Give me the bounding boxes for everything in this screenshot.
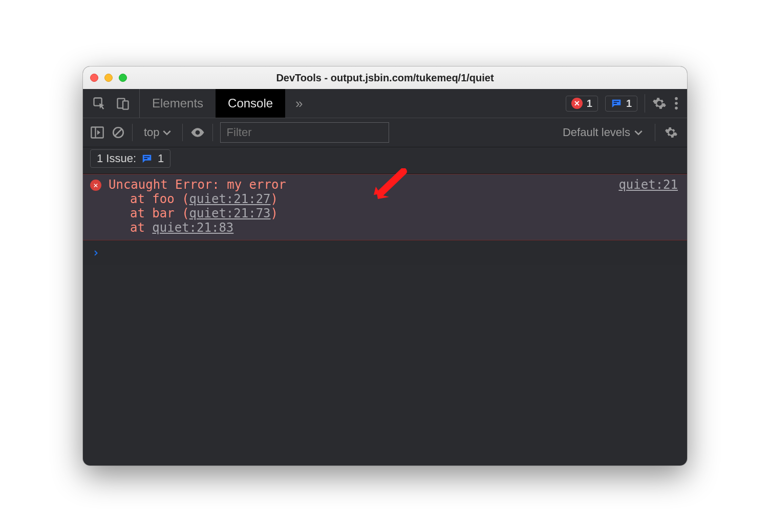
issues-label: 1 Issue: [97, 152, 136, 165]
tab-console-label: Console [228, 96, 273, 110]
console-settings-gear-icon[interactable] [662, 126, 680, 139]
error-message: Uncaught Error: my error [109, 178, 286, 192]
message-icon [141, 153, 153, 164]
console-prompt[interactable]: › [83, 240, 687, 265]
stack-trace: at foo (quiet:21:27) at bar (quiet:21:73… [90, 192, 678, 235]
svg-point-5 [675, 107, 678, 110]
tab-elements[interactable]: Elements [140, 89, 216, 118]
context-selector[interactable]: top [140, 126, 175, 139]
error-badge-icon: ✕ [90, 180, 101, 191]
devtools-window: DevTools - output.jsbin.com/tukemeq/1/qu… [83, 66, 687, 465]
chevron-down-icon [163, 126, 171, 139]
stack-frame: at bar (quiet:21:73) [130, 206, 678, 220]
svg-line-9 [115, 129, 122, 136]
filter-input[interactable] [220, 122, 389, 143]
error-source-link[interactable]: quiet:21 [618, 178, 678, 192]
error-count-pill[interactable]: ✕ 1 [566, 96, 598, 112]
titlebar: DevTools - output.jsbin.com/tukemeq/1/qu… [83, 66, 687, 89]
tab-elements-label: Elements [152, 96, 203, 110]
console-error-row[interactable]: ✕ Uncaught Error: my error quiet:21 at f… [83, 174, 687, 240]
divider [655, 124, 655, 141]
prompt-chevron-icon: › [92, 246, 99, 260]
toggle-sidebar-icon[interactable] [90, 126, 104, 139]
tab-console[interactable]: Console [216, 89, 285, 118]
stack-frame: at foo (quiet:21:27) [130, 192, 678, 206]
window-close-button[interactable] [90, 74, 98, 82]
svg-rect-2 [123, 101, 129, 109]
svg-point-4 [675, 102, 678, 105]
issues-count: 1 [158, 152, 164, 165]
error-icon: ✕ [571, 98, 583, 109]
issue-count-pill[interactable]: 1 [605, 96, 637, 112]
divider [645, 94, 645, 113]
inspect-element-icon[interactable] [92, 96, 106, 110]
issues-bar: 1 Issue: 1 [83, 147, 687, 174]
divider [182, 124, 183, 141]
stack-location-link[interactable]: quiet:21:73 [189, 206, 271, 220]
issues-pill[interactable]: 1 Issue: 1 [90, 149, 170, 168]
context-selector-label: top [144, 126, 160, 139]
error-count: 1 [587, 98, 592, 109]
tabs-overflow-button[interactable]: » [285, 89, 313, 118]
svg-point-10 [195, 130, 200, 135]
divider [212, 124, 213, 141]
live-expression-eye-icon[interactable] [190, 127, 205, 138]
log-levels-label: Default levels [563, 126, 630, 139]
stack-frame: at quiet:21:83 [130, 220, 678, 235]
tabstrip: Elements Console » ✕ 1 1 [83, 89, 687, 118]
traffic-lights [90, 74, 127, 82]
chevron-double-right-icon: » [295, 96, 303, 112]
console-toolbar: top Default levels [83, 118, 687, 147]
message-icon [611, 98, 622, 109]
stack-location-link[interactable]: quiet:21:83 [152, 220, 233, 235]
stack-location-link[interactable]: quiet:21:27 [189, 192, 271, 206]
issue-count: 1 [626, 98, 632, 109]
device-toolbar-icon[interactable] [116, 96, 130, 110]
window-minimize-button[interactable] [104, 74, 113, 82]
divider [132, 124, 133, 141]
console-output: ✕ Uncaught Error: my error quiet:21 at f… [83, 174, 687, 265]
log-levels-selector[interactable]: Default levels [563, 126, 648, 139]
svg-point-3 [675, 97, 678, 100]
window-maximize-button[interactable] [119, 74, 127, 82]
tabstrip-left-icons [83, 89, 140, 118]
tabstrip-right: ✕ 1 1 [558, 89, 687, 118]
clear-console-icon[interactable] [112, 126, 125, 139]
chevron-down-icon [634, 126, 643, 139]
settings-gear-icon[interactable] [652, 96, 667, 110]
kebab-menu-icon[interactable] [674, 96, 679, 110]
window-title: DevTools - output.jsbin.com/tukemeq/1/qu… [83, 72, 687, 84]
